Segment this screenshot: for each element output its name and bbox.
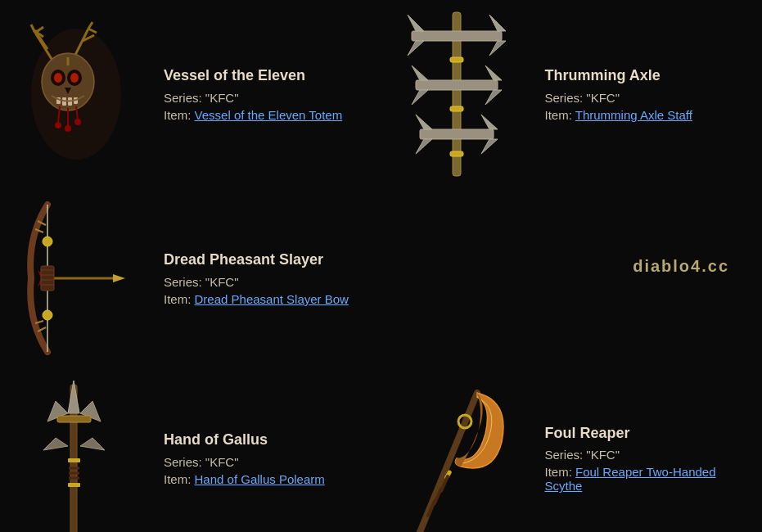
gallus-item-label: Item: Hand of Gallus Polearm: [164, 472, 369, 486]
gallus-image-area: [0, 376, 151, 532]
svg-rect-43: [450, 57, 463, 62]
item-dread: Dread Pheasant Slayer Series: "KFC" Item…: [0, 188, 381, 368]
vessel-link[interactable]: Vessel of the Eleven Totem: [195, 108, 343, 122]
svg-marker-66: [80, 438, 105, 450]
watermark-cell: diablo4.cc: [381, 188, 763, 368]
thrumming-series: Series: "KFC": [545, 91, 751, 105]
thrumming-image-area: [381, 8, 533, 180]
svg-marker-35: [485, 65, 502, 80]
gallus-info: Hand of Gallus Series: "KFC" Item: Hand …: [151, 422, 381, 494]
vessel-image-area: [0, 20, 151, 168]
svg-rect-28: [412, 31, 502, 41]
svg-marker-34: [412, 65, 428, 80]
foul-image-area: [381, 376, 533, 532]
vessel-info: Vessel of the Eleven Series: "KFC" Item:…: [151, 58, 381, 129]
dread-label-text: Item:: [164, 292, 195, 306]
svg-rect-71: [68, 483, 80, 487]
svg-rect-33: [416, 80, 498, 90]
item-vessel: Vessel of the Eleven Series: "KFC" Item:…: [0, 0, 381, 188]
item-gallus: Hand of Gallus Series: "KFC" Item: Hand …: [0, 368, 381, 532]
foul-series: Series: "KFC": [545, 448, 751, 462]
svg-marker-37: [485, 90, 502, 105]
gallus-label-text: Item:: [164, 472, 195, 486]
foul-name: Foul Reaper: [545, 424, 751, 443]
vessel-series: Series: "KFC": [164, 91, 369, 105]
vessel-name: Vessel of the Eleven: [164, 66, 369, 85]
dread-info: Dread Pheasant Slayer Series: "KFC" Item…: [151, 242, 381, 313]
thrumming-label-text: Item:: [545, 108, 575, 122]
item-thrumming: Thrumming Axle Series: "KFC" Item: Thrum…: [381, 0, 763, 188]
svg-marker-31: [408, 41, 424, 56]
svg-marker-39: [416, 115, 432, 129]
svg-rect-69: [57, 416, 91, 422]
gallus-name: Hand of Gallus: [164, 431, 369, 449]
vessel-icon: [27, 20, 125, 168]
svg-rect-44: [450, 106, 463, 111]
dread-item-label: Item: Dread Pheasant Slayer Bow: [164, 292, 369, 306]
svg-marker-48: [113, 274, 125, 282]
svg-marker-32: [489, 41, 506, 56]
svg-marker-29: [408, 15, 424, 31]
svg-rect-45: [450, 151, 463, 156]
svg-point-50: [43, 237, 52, 246]
svg-point-51: [43, 310, 52, 320]
vessel-item-label: Item: Vessel of the Eleven Totem: [164, 108, 369, 122]
dread-name: Dread Pheasant Slayer: [164, 250, 369, 269]
svg-marker-36: [412, 90, 428, 105]
gallus-icon: [23, 376, 129, 532]
thrumming-item-label: Item: Thrumming Axle Staff: [545, 108, 751, 122]
foul-label-text: Item:: [545, 465, 576, 479]
svg-marker-41: [416, 139, 432, 154]
gallus-series: Series: "KFC": [164, 455, 369, 469]
page-container: Vessel of the Eleven Series: "KFC" Item:…: [0, 0, 762, 532]
thrumming-name: Thrumming Axle: [545, 66, 751, 85]
gallus-link[interactable]: Hand of Gallus Polearm: [195, 472, 325, 486]
watermark-text: diablo4.cc: [633, 257, 729, 276]
svg-marker-30: [489, 15, 506, 31]
thrumming-link[interactable]: Thrumming Axle Staff: [575, 108, 692, 122]
svg-marker-65: [43, 438, 68, 450]
svg-marker-62: [68, 381, 79, 413]
thrumming-info: Thrumming Axle Series: "KFC" Item: Thrum…: [533, 58, 763, 129]
svg-point-23: [55, 122, 61, 128]
foul-info: Foul Reaper Series: "KFC" Item: Foul Rea…: [533, 416, 763, 501]
svg-marker-42: [481, 139, 498, 154]
dread-image-area: [0, 196, 151, 360]
dread-icon: [23, 196, 129, 360]
thrumming-icon: [395, 8, 518, 180]
vessel-label-text: Item:: [164, 108, 195, 122]
svg-point-24: [65, 125, 71, 132]
svg-point-25: [74, 119, 81, 125]
svg-point-15: [70, 73, 79, 83]
dread-series: Series: "KFC": [164, 275, 369, 289]
foul-icon: [404, 376, 510, 532]
svg-rect-38: [420, 129, 494, 139]
dread-link[interactable]: Dread Pheasant Slayer Bow: [195, 292, 349, 306]
foul-item-label: Item: Foul Reaper Two-Handed Scythe: [545, 465, 751, 493]
svg-point-14: [54, 73, 62, 83]
item-foul: Foul Reaper Series: "KFC" Item: Foul Rea…: [381, 368, 763, 532]
svg-marker-40: [481, 115, 498, 129]
svg-rect-70: [68, 458, 80, 462]
